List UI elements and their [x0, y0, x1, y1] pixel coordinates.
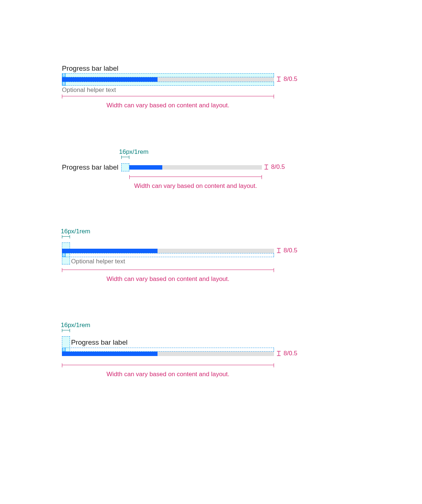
progress-fill	[129, 165, 162, 170]
width-caption: Width can vary based on content and layo…	[62, 275, 274, 283]
spacer-horizontal	[121, 163, 129, 171]
spacer-top	[62, 73, 274, 77]
width-ruler	[62, 96, 274, 96]
width-caption: Width can vary based on content and layo…	[62, 102, 274, 109]
helper-text: Optional helper text	[71, 258, 125, 265]
width-ruler	[129, 177, 262, 177]
spacer-tag: 8	[62, 348, 66, 352]
height-annotation-text: 8/0.5	[271, 163, 285, 171]
progress-fill	[62, 249, 158, 253]
width-caption: Width can vary based on content and layo…	[62, 371, 274, 378]
width-ruler	[62, 270, 274, 270]
height-annotation: 8/0.5	[276, 350, 297, 357]
spec-v1: Progress bar label	[62, 64, 300, 73]
spacer-tag: 8	[62, 253, 66, 257]
spacing-annotation: 16px/1rem	[61, 322, 90, 329]
spacer-bottom	[62, 82, 274, 86]
progress-label: Progress bar label	[71, 338, 127, 346]
spacer-tag-top: 8	[62, 73, 66, 77]
spacing-annotation: 16px/1rem	[119, 148, 148, 156]
height-annotation-text: 8/0.5	[284, 350, 297, 357]
spacer-tag-bottom: 8	[62, 82, 66, 86]
spacer-top	[62, 348, 274, 352]
spacer-bottom	[62, 253, 274, 257]
spacing-annotation: 16px/1rem	[61, 228, 90, 235]
height-annotation-text: 8/0.5	[284, 75, 297, 83]
progress-label: Progress bar label	[62, 64, 300, 73]
helper-text: Optional helper text	[62, 86, 116, 94]
height-annotation-text: 8/0.5	[284, 247, 297, 254]
width-ruler	[62, 365, 274, 365]
spacing-bracket	[62, 330, 70, 330]
progress-fill	[62, 352, 158, 356]
progress-label-inline: Progress bar label	[62, 163, 118, 171]
progress-fill	[62, 77, 158, 82]
spacing-bracket	[62, 236, 70, 237]
height-annotation: 8/0.5	[276, 75, 297, 83]
width-caption: Width can vary based on content and layo…	[129, 182, 262, 190]
height-annotation: 8/0.5	[264, 163, 285, 171]
height-annotation: 8/0.5	[276, 247, 297, 254]
spacing-bracket	[121, 157, 129, 157]
